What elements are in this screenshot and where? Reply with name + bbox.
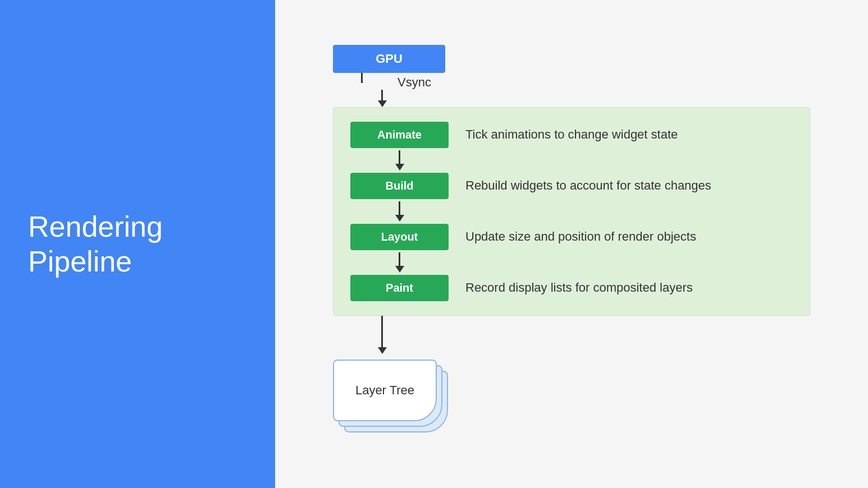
arrow-animate-build: [399, 150, 400, 166]
step-desc-paint: Record display lists for composited laye…: [465, 280, 693, 295]
step-box-build: Build: [350, 173, 449, 199]
step-box-layout: Layout: [350, 224, 449, 250]
green-to-layertree-arrow: [381, 316, 383, 349]
layer-card-front: Layer Tree: [333, 360, 437, 421]
connector-build-layout: [350, 199, 449, 224]
step-desc-animate: Tick animations to change widget state: [465, 127, 678, 142]
step-desc-build: Rebuild widgets to account for state cha…: [465, 178, 711, 193]
layer-tree-label: Layer Tree: [355, 383, 414, 398]
layer-tree: Layer Tree: [333, 360, 456, 444]
right-panel: GPU Vsync: [275, 0, 868, 488]
connector-layout-paint: [350, 250, 449, 275]
slide-title: Rendering Pipeline: [28, 209, 247, 279]
vsync-label: Vsync: [398, 75, 431, 89]
arrow-build-layout: [399, 201, 400, 217]
step-box-animate: Animate: [350, 122, 449, 148]
pipeline-row-build: Build Rebuild widgets to account for sta…: [350, 173, 793, 224]
step-box-paint: Paint: [350, 275, 449, 301]
pipeline-row-layout: Layout Update size and position of rende…: [350, 224, 793, 275]
green-section: Animate Tick animations to change widget…: [333, 107, 810, 316]
gpu-box: GPU: [333, 45, 445, 73]
pipeline-row-animate: Animate Tick animations to change widget…: [350, 122, 793, 173]
step-desc-layout: Update size and position of render objec…: [465, 229, 696, 244]
arrow-layout-paint: [399, 252, 400, 268]
left-panel: Rendering Pipeline: [0, 0, 275, 488]
gpu-to-green-arrow: [381, 90, 383, 102]
connector-animate-build: [350, 148, 449, 173]
diagram: GPU Vsync: [333, 45, 810, 444]
pipeline-row-paint: Paint Record display lists for composite…: [350, 275, 793, 301]
gpu-vsync-line: [361, 73, 363, 83]
